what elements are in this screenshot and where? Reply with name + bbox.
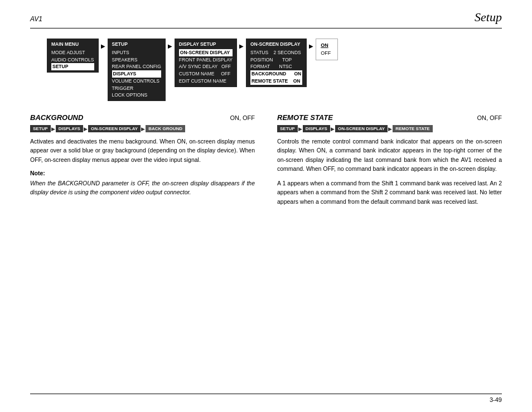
osd-format: FORMAT NTSC xyxy=(250,63,302,70)
arrow-4 xyxy=(307,43,316,49)
menu-item-setup: SETUP xyxy=(51,63,94,70)
background-note-text: When the BACKGROUND parameter is OFF, th… xyxy=(30,179,255,197)
arrow-3 xyxy=(237,43,246,49)
setup-title: SETUP xyxy=(112,41,161,48)
remote-state-section: REMOTE STATE ON, OFF SETUP DISPLAYS ON-S… xyxy=(277,113,502,212)
setup-volume: VOLUME CONTROLS xyxy=(112,78,161,85)
rs-bc-remote: REMOTE STATE xyxy=(393,125,432,132)
osd-remote: REMOTE STATE ON xyxy=(250,78,302,85)
header-left: AV1 xyxy=(30,15,42,23)
bg-bc-setup: SETUP xyxy=(30,125,51,132)
arrow-2 xyxy=(166,43,175,49)
bg-bc-osd: ON-SCREEN DISPLAY xyxy=(88,125,141,132)
osd-background: BACKGROUND ON xyxy=(250,70,302,78)
bg-bc-displays: DISPLAYS xyxy=(56,125,83,132)
rs-bc-setup: SETUP xyxy=(277,125,298,132)
osd-box: ON-SCREEN DISPLAY STATUS 2 SECONDS POSIT… xyxy=(246,39,307,87)
page: AV1 Setup MAIN MENU MODE ADJUST AUDIO CO… xyxy=(0,0,532,412)
bg-bc-arrow3 xyxy=(141,126,145,132)
display-setup-box: DISPLAY SETUP ON-SCREEN DISPLAY FRONT PA… xyxy=(175,39,237,87)
setup-rear: REAR PANEL CONFIG xyxy=(112,63,161,70)
menu-diagram: MAIN MENU MODE ADJUST AUDIO CONTROLS SET… xyxy=(47,39,502,101)
on-option: ON xyxy=(321,41,333,49)
off-option: OFF xyxy=(321,49,333,57)
display-setup-title: DISPLAY SETUP xyxy=(179,41,233,48)
main-menu-title: MAIN MENU xyxy=(51,41,94,48)
rs-bc-osd: ON-SCREEN DISPLAY xyxy=(335,125,388,132)
background-section: BACKGROUND ON, OFF SETUP DISPLAYS ON-SCR… xyxy=(30,113,255,212)
background-breadcrumb: SETUP DISPLAYS ON-SCREEN DISPLAY BACK GR… xyxy=(30,125,255,132)
remote-title-row: REMOTE STATE ON, OFF xyxy=(277,113,502,122)
display-front: FRONT PANEL DISPLAY xyxy=(179,56,233,64)
display-custom: CUSTOM NAME OFF xyxy=(179,70,233,78)
osd-title: ON-SCREEN DISPLAY xyxy=(250,41,302,48)
display-edit: EDIT CUSTOM NAME xyxy=(179,78,233,85)
remote-title: REMOTE STATE xyxy=(277,113,333,122)
setup-speakers: SPEAKERS xyxy=(112,56,161,64)
rs-bc-arrow2 xyxy=(331,126,335,132)
bg-bc-background: BACK GROUND xyxy=(146,125,185,132)
footer: 3-49 xyxy=(30,394,502,403)
menu-item-audio: AUDIO CONTROLS xyxy=(51,56,94,64)
background-body: Activates and deactivates the menu backg… xyxy=(30,137,255,164)
remote-breadcrumb: SETUP DISPLAYS ON-SCREEN DISPLAY REMOTE … xyxy=(277,125,502,132)
rs-bc-arrow3 xyxy=(388,126,392,132)
bg-bc-arrow2 xyxy=(84,126,88,132)
arrow-1 xyxy=(99,43,108,49)
setup-lock: LOCK OPTIONS xyxy=(112,92,161,99)
setup-trigger: TRIGGER xyxy=(112,85,161,92)
remote-body1: Controls the remote control command bank… xyxy=(277,137,502,173)
display-avsync: A/V SYNC DELAY OFF xyxy=(179,63,233,70)
remote-options: ON, OFF xyxy=(477,114,502,121)
rs-bc-displays: DISPLAYS xyxy=(303,125,330,132)
menu-item-mode: MODE ADJUST xyxy=(51,49,94,56)
osd-status: STATUS 2 SECONDS xyxy=(250,49,302,56)
setup-displays: DISPLAYS xyxy=(112,70,161,78)
header: AV1 Setup xyxy=(30,10,502,28)
setup-inputs: INPUTS xyxy=(112,49,161,56)
page-number: 3-49 xyxy=(490,396,502,403)
bg-bc-arrow1 xyxy=(51,126,55,132)
onoff-box: ON OFF xyxy=(316,39,338,60)
main-content: BACKGROUND ON, OFF SETUP DISPLAYS ON-SCR… xyxy=(30,113,502,212)
background-title-row: BACKGROUND ON, OFF xyxy=(30,113,255,122)
rs-bc-arrow1 xyxy=(298,126,302,132)
remote-body2: A 1 appears when a command from the Shif… xyxy=(277,179,502,206)
main-menu-box: MAIN MENU MODE ADJUST AUDIO CONTROLS SET… xyxy=(47,39,99,73)
background-options: ON, OFF xyxy=(230,114,255,121)
osd-position: POSITION TOP xyxy=(250,56,302,64)
header-right: Setup xyxy=(475,10,502,25)
background-note-heading: Note: xyxy=(30,170,255,176)
setup-box: SETUP INPUTS SPEAKERS REAR PANEL CONFIG … xyxy=(108,39,166,101)
background-title: BACKGROUND xyxy=(30,113,83,122)
display-osd: ON-SCREEN DISPLAY xyxy=(179,49,233,56)
